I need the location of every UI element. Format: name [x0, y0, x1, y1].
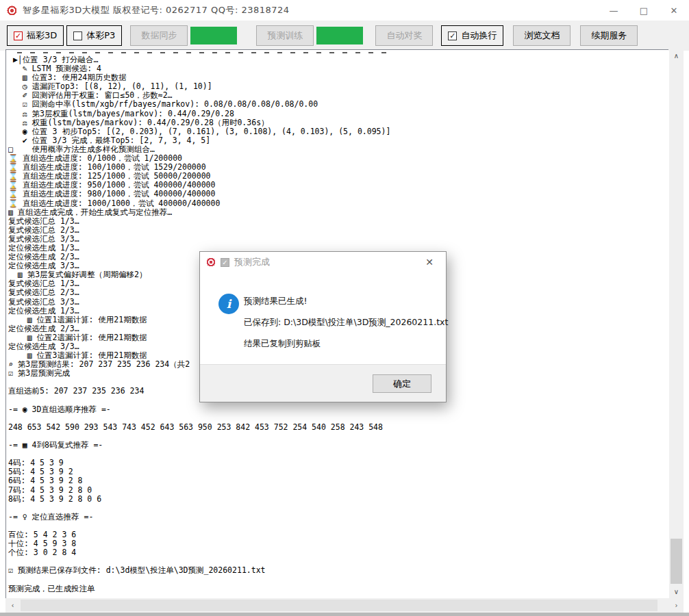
log-line: ✎ LSTM 预测候选: 4	[8, 64, 668, 73]
log-line: 7码: 4 5 3 9 2 8 0	[8, 486, 668, 495]
log-line: 8码: 4 5 3 9 2 8 0 6	[8, 495, 668, 504]
word-wrap-label: 自动换行	[461, 29, 497, 42]
log-line: ◉ 位置 3 初步Top5: [(2, 0.203), (7, 0.161), …	[8, 127, 668, 136]
log-line: ⌛ 直组选生成进度: 950/1000，尝试 400000/400000	[8, 181, 668, 190]
log-line: ⌛ 直组选生成进度: 100/1000，尝试 1529/200000	[8, 163, 668, 172]
tcp3-checkbox-group[interactable]: 体彩P3	[66, 25, 122, 46]
log-line	[8, 557, 668, 566]
scroll-up-icon[interactable]: ∧	[669, 49, 684, 62]
data-sync-button[interactable]: 数据同步	[130, 25, 188, 46]
log-line: 4码: 4 5 3 9	[8, 459, 668, 467]
window-bottom-edge	[0, 613, 689, 616]
close-button[interactable]: ✕	[659, 0, 689, 21]
prediction-complete-dialog: ✓ 预测完成 ✕ i 预测结果已生成! 已保存到: D:\3D模型\投注单\3D…	[199, 251, 447, 402]
log-line: □ 使用概率方法生成多样化预测组合…	[8, 145, 668, 154]
window-title: 智多星福彩3D大模型 版权登记号: 0262717 QQ号: 23818724	[23, 4, 290, 16]
log-line: 复式候选汇总 3/3…	[8, 235, 668, 244]
log-line: 百位: 5 4 2 3 6	[8, 530, 668, 539]
log-line: ✐ 回测评估用于权重: 窗口≤50，步数≈2…	[8, 91, 668, 100]
dialog-message-line1: 预测结果已生成!	[244, 296, 308, 307]
log-line: ☑ 回测命中率(lstm/xgb/rf/bayes/markov): 0.08/…	[8, 100, 668, 109]
dialog-titlebar: ✓ 预测完成 ✕	[200, 252, 446, 272]
log-line: ▥ 位置3: 使用24期历史数据	[8, 73, 668, 82]
tcp3-checkbox-icon[interactable]	[73, 31, 82, 40]
log-line: ⌛ 直组选生成进度: 125/1000，尝试 50000/200000	[8, 172, 668, 181]
log-line: -= ♀ 定位直选推荐 =-	[8, 513, 668, 522]
log-line: ⌛ 直组选生成进度: 0/1000，尝试 1/200000	[8, 154, 668, 163]
vertical-scrollbar-thumb[interactable]	[671, 539, 682, 584]
log-line: ⌛ 直组选生成进度: 980/1000，尝试 400000/400000	[8, 190, 668, 198]
ok-button[interactable]: 确定	[373, 374, 431, 393]
train-button[interactable]: 预测训练	[256, 25, 314, 46]
titlebar: 智多星福彩3D大模型 版权登记号: 0262717 QQ号: 23818724 …	[0, 0, 689, 21]
log-line: 6码: 4 5 3 9 2 8	[8, 476, 668, 485]
log-line: -= ◉ 3D直组选顺序推荐 =-	[8, 405, 668, 414]
toolbar: ✓ 福彩3D 体彩P3 数据同步 预测训练 自动对奖 ✓ 自动换行 浏览文档 续…	[0, 21, 689, 51]
app-logo-icon	[7, 5, 17, 16]
log-line: -= ▦ 4到8码复式推荐 =-	[8, 441, 668, 450]
log-line: ✔ 位置 3/3 完成，最终Top5: [2, 7, 3, 4, 5]	[8, 136, 668, 145]
train-progress-bar	[316, 27, 363, 44]
renew-service-button[interactable]: 续期服务	[580, 25, 638, 46]
log-line: ▥ 直组选生成完成，开始生成复式与定位推荐…	[8, 208, 668, 217]
log-line: ☑ 预测结果已保存到文件: d:\3d模型\投注单\3D预测_20260211.…	[8, 566, 668, 575]
log-line	[8, 522, 668, 530]
word-wrap-checkbox-group[interactable]: ✓ 自动换行	[441, 25, 503, 46]
dialog-body: i 预测结果已生成! 已保存到: D:\3D模型\投注单\3D预测_202602…	[200, 272, 446, 365]
log-line: ⚖ 第3层权重(lstm/bayes/markov): 0.44/0.29/0.…	[8, 110, 668, 118]
log-line: ▶│位置 3/3 打分融合…	[8, 55, 668, 64]
horizontal-scrollbar[interactable]: ‹ ›	[5, 598, 684, 613]
dialog-footer: 确定	[200, 364, 446, 402]
log-line: 复式候选汇总 1/3…	[8, 217, 668, 226]
log-line: 复式候选汇总 2/3…	[8, 226, 668, 235]
horizontal-scrollbar-thumb[interactable]	[21, 600, 657, 611]
fc3d-label: 福彩3D	[27, 29, 57, 42]
word-wrap-checkbox-icon[interactable]: ✓	[448, 31, 457, 40]
log-line: 个位: 3 0 2 8 4	[8, 548, 668, 557]
fc3d-checkbox-group[interactable]: ✓ 福彩3D	[7, 25, 64, 46]
dialog-message-line3: 结果已复制到剪贴板	[244, 338, 321, 350]
dialog-title: 预测完成	[234, 256, 270, 268]
log-line	[8, 414, 668, 423]
log-line	[8, 575, 668, 584]
info-icon: i	[218, 294, 239, 314]
maximize-button[interactable]: □	[629, 0, 659, 21]
log-line: ⌛ 直组选生成进度: 1000/1000，尝试 400000/400000	[8, 199, 668, 208]
window-controls: — □ ✕	[599, 0, 689, 21]
dialog-app-logo-icon	[206, 257, 216, 267]
log-line	[8, 432, 668, 441]
log-line	[8, 450, 668, 459]
log-line: 预测完成，已生成投注单	[8, 585, 668, 593]
log-line: ⚖ 权重(lstm/bayes/markov): 0.44/0.29/0.28（…	[8, 118, 668, 127]
dialog-close-icon[interactable]: ✕	[419, 252, 440, 272]
scroll-left-icon[interactable]: ‹	[5, 599, 20, 612]
log-line: ◷ 遗漏距Top3: [(8, 12), (0, 11), (1, 10)]	[8, 82, 668, 91]
fc3d-checkbox-icon[interactable]: ✓	[14, 31, 23, 40]
log-line	[8, 504, 668, 513]
scroll-down-icon[interactable]: ∨	[669, 585, 684, 598]
sync-progress-bar	[190, 27, 237, 44]
auto-check-button[interactable]: 自动对奖	[375, 25, 433, 46]
dialog-checkbox-icon: ✓	[221, 258, 229, 267]
minimize-button[interactable]: —	[599, 0, 629, 21]
tcp3-label: 体彩P3	[86, 29, 115, 42]
scroll-right-icon[interactable]: ›	[669, 599, 684, 612]
log-line: 5码: 4 5 3 9 2	[8, 467, 668, 476]
vertical-scrollbar[interactable]: ∧ ∨	[669, 49, 684, 598]
log-line: 248 653 542 590 293 543 743 452 643 563 …	[8, 423, 668, 432]
dialog-message-line2: 已保存到: D:\3D模型\投注单\3D预测_20260211.txt	[244, 317, 448, 329]
log-line: 十位: 4 5 9 3 8	[8, 539, 668, 548]
clipped-top-line	[17, 52, 388, 53]
browse-docs-button[interactable]: 浏览文档	[513, 25, 571, 46]
